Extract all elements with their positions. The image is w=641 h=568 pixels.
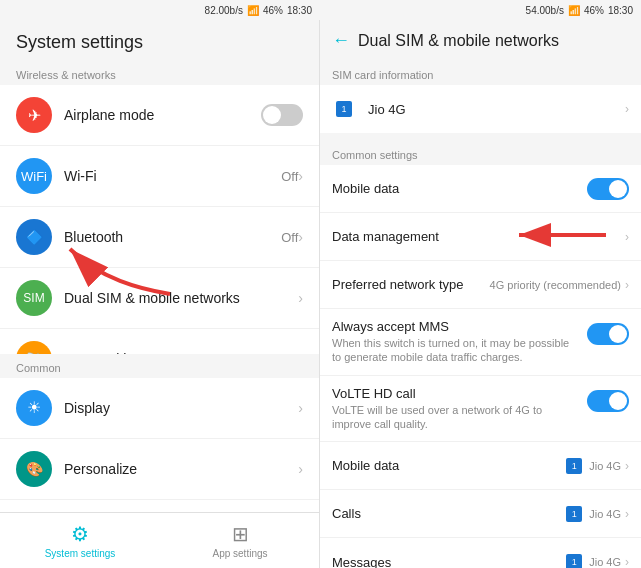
bluetooth-text: Bluetooth bbox=[64, 229, 281, 245]
data-management-text: Data management bbox=[332, 229, 525, 244]
wifi-arrow: › bbox=[298, 168, 303, 184]
left-signal-icon: 📶 bbox=[247, 5, 259, 16]
bluetooth-arrow: › bbox=[298, 229, 303, 245]
preferred-network-text: Preferred network type bbox=[332, 277, 490, 292]
settings-item-sounds[interactable]: 🔔 Sounds & vibration › bbox=[0, 500, 319, 512]
volte-text: VoLTE HD call VoLTE will be used over a … bbox=[332, 386, 581, 432]
mms-toggle[interactable] bbox=[587, 323, 629, 345]
messages-value-container: 1 Jio 4G bbox=[566, 554, 621, 568]
left-panel-title: System settings bbox=[16, 32, 143, 52]
sim-badge: 1 bbox=[336, 101, 352, 117]
calls-item[interactable]: Calls 1 Jio 4G › bbox=[320, 490, 641, 538]
display-text: Display bbox=[64, 400, 298, 416]
left-panel-header: System settings bbox=[0, 20, 319, 61]
left-time: 18:30 bbox=[287, 5, 312, 16]
messages-item[interactable]: Messages 1 Jio 4G › bbox=[320, 538, 641, 568]
jio4g-text: Jio 4G bbox=[368, 102, 621, 117]
hotspot-icon: 📡 bbox=[16, 341, 52, 354]
sim-icon: 1 bbox=[332, 95, 360, 123]
preferred-network-item[interactable]: Preferred network type 4G priority (reco… bbox=[320, 261, 641, 309]
right-signal-icon: 📶 bbox=[568, 5, 580, 16]
main-content: System settings Wireless & networks ✈ Ai… bbox=[0, 20, 641, 568]
calls-arrow: › bbox=[625, 507, 629, 521]
right-time: 18:30 bbox=[608, 5, 633, 16]
wireless-section-label: Wireless & networks bbox=[0, 61, 319, 85]
right-speed: 54.00b/s bbox=[526, 5, 564, 16]
status-bar-container: 82.00b/s 📶 46% 18:30 54.00b/s 📶 46% 18:3… bbox=[0, 0, 641, 20]
mobile-data-title: Mobile data bbox=[332, 181, 587, 196]
jio4g-item[interactable]: 1 Jio 4G › bbox=[320, 85, 641, 133]
volte-title: VoLTE HD call bbox=[332, 386, 581, 401]
calls-value: Jio 4G bbox=[589, 508, 621, 520]
common-section-label: Common bbox=[0, 354, 319, 378]
app-settings-icon: ⊞ bbox=[232, 522, 249, 546]
common-settings-label: Common settings bbox=[320, 141, 641, 165]
airplane-text: Airplane mode bbox=[64, 107, 261, 123]
messages-sim-badge: 1 bbox=[566, 554, 582, 568]
jio4g-arrow: › bbox=[625, 102, 629, 116]
data-mgmt-arrow-annotation bbox=[511, 223, 611, 251]
mobile-data2-sim-badge: 1 bbox=[566, 458, 582, 474]
settings-item-personalize[interactable]: 🎨 Personalize › bbox=[0, 439, 319, 500]
status-bar-right: 54.00b/s 📶 46% 18:30 bbox=[320, 0, 641, 20]
dualsim-icon: SIM bbox=[16, 280, 52, 316]
mobile-data2-value-container: 1 Jio 4G bbox=[566, 458, 621, 474]
wifi-title: Wi-Fi bbox=[64, 168, 281, 184]
personalize-icon: 🎨 bbox=[16, 451, 52, 487]
preferred-network-arrow: › bbox=[625, 278, 629, 292]
mms-item[interactable]: Always accept MMS When this switch is tu… bbox=[320, 309, 641, 376]
right-battery: 46% bbox=[584, 5, 604, 16]
dualsim-title: Dual SIM & mobile networks bbox=[64, 290, 298, 306]
volte-item[interactable]: VoLTE HD call VoLTE will be used over a … bbox=[320, 376, 641, 443]
back-button[interactable]: ← bbox=[332, 30, 350, 51]
hotspot-arrow: › bbox=[298, 351, 303, 354]
display-icon: ☀ bbox=[16, 390, 52, 426]
data-management-item[interactable]: Data management › bbox=[320, 213, 641, 261]
settings-item-wifi[interactable]: WiFi Wi-Fi Off › bbox=[0, 146, 319, 207]
calls-sim-badge: 1 bbox=[566, 506, 582, 522]
preferred-network-title: Preferred network type bbox=[332, 277, 490, 292]
mobile-data2-text: Mobile data bbox=[332, 458, 566, 473]
settings-item-hotspot[interactable]: 📡 Personal hotspot › bbox=[0, 329, 319, 354]
status-bar-left: 82.00b/s 📶 46% 18:30 bbox=[0, 0, 320, 20]
personalize-title: Personalize bbox=[64, 461, 298, 477]
bluetooth-value: Off bbox=[281, 230, 298, 245]
volte-toggle[interactable] bbox=[587, 390, 629, 412]
hotspot-title: Personal hotspot bbox=[64, 351, 298, 354]
settings-item-display[interactable]: ☀ Display › bbox=[0, 378, 319, 439]
mobile-data2-item[interactable]: Mobile data 1 Jio 4G › bbox=[320, 442, 641, 490]
wifi-text: Wi-Fi bbox=[64, 168, 281, 184]
hotspot-text: Personal hotspot bbox=[64, 351, 298, 354]
sim-info-block: 1 Jio 4G › bbox=[320, 85, 641, 133]
app-settings-label: App settings bbox=[212, 548, 267, 559]
bottom-nav: ⚙ System settings ⊞ App settings bbox=[0, 512, 320, 568]
bluetooth-icon: 🔷 bbox=[16, 219, 52, 255]
nav-system-settings[interactable]: ⚙ System settings bbox=[0, 513, 160, 568]
right-header: ← Dual SIM & mobile networks bbox=[320, 20, 641, 61]
preferred-network-value: 4G priority (recommended) bbox=[490, 279, 621, 291]
settings-item-airplane[interactable]: ✈ Airplane mode bbox=[0, 85, 319, 146]
right-panel-title: Dual SIM & mobile networks bbox=[358, 32, 559, 50]
mobile-data-item[interactable]: Mobile data bbox=[320, 165, 641, 213]
left-speed: 82.00b/s bbox=[205, 5, 243, 16]
display-arrow: › bbox=[298, 400, 303, 416]
wireless-settings-list: ✈ Airplane mode WiFi Wi-Fi Off › bbox=[0, 85, 319, 354]
calls-value-container: 1 Jio 4G bbox=[566, 506, 621, 522]
left-panel: System settings Wireless & networks ✈ Ai… bbox=[0, 20, 320, 568]
left-battery: 46% bbox=[263, 5, 283, 16]
settings-item-bluetooth[interactable]: 🔷 Bluetooth Off › bbox=[0, 207, 319, 268]
personalize-text: Personalize bbox=[64, 461, 298, 477]
mobile-data2-title: Mobile data bbox=[332, 458, 566, 473]
calls-text: Calls bbox=[332, 506, 566, 521]
nav-app-settings[interactable]: ⊞ App settings bbox=[160, 513, 320, 568]
wifi-value: Off bbox=[281, 169, 298, 184]
data-management-title: Data management bbox=[332, 229, 525, 244]
mobile-data-toggle[interactable] bbox=[587, 178, 629, 200]
messages-text: Messages bbox=[332, 555, 566, 568]
dualsim-text: Dual SIM & mobile networks bbox=[64, 290, 298, 306]
settings-item-dualsim[interactable]: SIM Dual SIM & mobile networks › bbox=[0, 268, 319, 329]
left-content-wrapper: Wireless & networks ✈ Airplane mode WiFi… bbox=[0, 61, 319, 512]
jio4g-title: Jio 4G bbox=[368, 102, 621, 117]
airplane-toggle[interactable] bbox=[261, 104, 303, 126]
right-content: SIM card information 1 Jio 4G › Common s… bbox=[320, 61, 641, 568]
